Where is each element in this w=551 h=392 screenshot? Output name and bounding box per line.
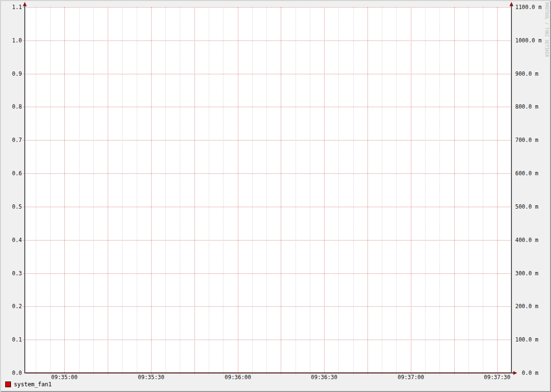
y-axis-right-label: 600.0 m [515,170,546,177]
grid-line-vertical-minor [296,7,296,375]
y-axis-left-label: 0.5 [0,203,22,210]
x-axis-line [25,372,514,373]
legend-swatch-system-fan1 [5,382,11,387]
grid-line-vertical-major [64,7,65,375]
y-axis-right-line [511,5,512,373]
y-axis-left-label: 0.1 [0,336,22,343]
grid-line-vertical-major [281,7,281,375]
watermark-text: RRDTOOL / TOBI OETIKER [544,2,549,57]
grid-line-vertical-minor [209,7,209,375]
y-axis-left-label: 0.4 [0,237,22,243]
y-axis-left-label: 0.8 [0,103,22,110]
x-axis-label: 09:35:00 [43,374,86,381]
grid-line-vertical-minor [50,7,51,375]
grid-line-vertical-major [324,7,325,375]
grid-line-vertical-minor [93,7,94,375]
rrdtool-graph: 1.11.00.90.80.70.60.50.40.30.20.10.01100… [0,0,551,392]
y-axis-right-label: 300.0 m [515,270,546,277]
grid-line-horizontal-major [23,173,511,174]
y-axis-right-label: 200.0 m [515,303,546,310]
x-axis-label: 09:36:30 [303,374,346,381]
grid-line-vertical-major [194,7,195,375]
grid-line-vertical-minor [266,7,267,375]
grid-line-horizontal-major [23,207,511,207]
grid-line-horizontal-major [23,140,511,141]
y-axis-right-label: 700.0 m [515,137,546,143]
grid-line-vertical-minor [36,7,36,375]
plot-area [25,7,511,373]
y-axis-left-arrow-icon [23,2,27,6]
grid-line-vertical-major [151,7,152,375]
y-axis-left-label: 0.9 [0,70,22,77]
y-axis-right-label: 100.0 m [515,336,546,343]
grid-line-horizontal-major [23,7,511,8]
y-axis-right-label: 1000.0 m [515,37,546,44]
y-axis-right-label: 900.0 m [515,70,546,77]
y-axis-right-label: 500.0 m [515,203,546,210]
grid-line-horizontal-major [23,340,511,340]
grid-line-vertical-major [367,7,368,375]
y-axis-right-label: 0.0 m [515,370,546,376]
grid-line-vertical-major [411,7,411,375]
grid-line-vertical-minor [396,7,397,375]
grid-line-horizontal-major [23,306,511,307]
grid-line-horizontal-major [23,240,511,241]
grid-line-vertical-major [497,7,498,375]
grid-line-horizontal-major [23,107,511,107]
y-axis-right-label: 800.0 m [515,103,546,110]
grid-line-vertical-minor [483,7,483,375]
grid-line-vertical-minor [180,7,180,375]
grid-line-vertical-minor [165,7,166,375]
grid-line-vertical-minor [469,7,469,375]
y-axis-right-label: 1100.0 m [515,4,546,10]
grid-line-vertical-minor [353,7,354,375]
y-axis-left-label: 0.2 [0,303,22,310]
y-axis-right-arrow-icon [510,2,513,6]
y-axis-right-label: 400.0 m [515,237,546,243]
x-axis-label: 09:36:00 [216,374,259,381]
y-axis-left-label: 0.6 [0,170,22,177]
grid-line-vertical-minor [439,7,440,375]
grid-line-horizontal-major [23,74,511,74]
grid-line-vertical-minor [223,7,224,375]
legend-label: system_fan1 [14,381,51,388]
grid-line-vertical-major [108,7,108,375]
y-axis-left-label: 0.0 [0,370,22,376]
grid-line-vertical-major [238,7,238,375]
y-axis-left-label: 1.1 [0,4,22,10]
y-axis-left-label: 0.7 [0,137,22,143]
grid-line-vertical-minor [252,7,253,375]
y-axis-left-line [24,5,25,373]
grid-line-horizontal-major [23,273,511,274]
grid-line-vertical-minor [425,7,426,375]
grid-line-vertical-minor [122,7,122,375]
x-axis-label: 09:37:30 [476,374,519,381]
grid-line-horizontal-major [23,40,511,41]
x-axis-label: 09:37:00 [389,374,432,381]
grid-line-vertical-minor [79,7,80,375]
grid-line-vertical-minor [338,7,339,375]
grid-line-vertical-major [454,7,455,375]
grid-line-vertical-minor [310,7,310,375]
y-axis-left-label: 1.0 [0,37,22,44]
grid-line-vertical-minor [382,7,382,375]
y-axis-left-label: 0.3 [0,270,22,277]
x-axis-label: 09:35:30 [130,374,173,381]
grid-line-vertical-minor [137,7,137,375]
